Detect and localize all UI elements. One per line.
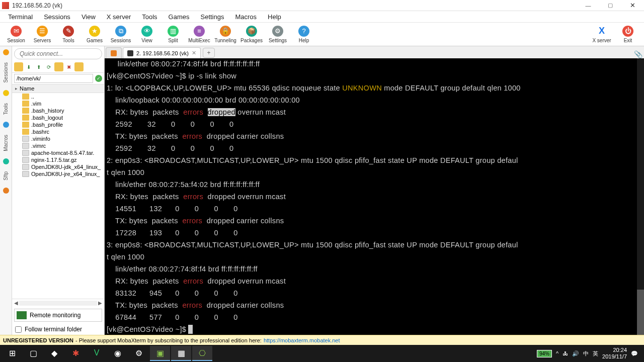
menu-games[interactable]: Games <box>164 12 195 22</box>
strip-macros[interactable]: Macros <box>3 135 9 151</box>
refresh-icon[interactable]: ⟳ <box>44 62 53 71</box>
orange-dot-icon[interactable] <box>3 188 9 194</box>
file-item[interactable]: .vimrc <box>12 142 104 149</box>
toolbar-games[interactable]: ★Games <box>82 25 108 44</box>
file-item[interactable]: .. <box>12 93 104 100</box>
task-app3[interactable]: V <box>87 346 107 361</box>
file-item[interactable]: .viminfo <box>12 135 104 142</box>
folder-icon[interactable] <box>14 62 23 71</box>
strip-dot-icon[interactable] <box>3 49 9 55</box>
tools-icon: ✎ <box>63 26 74 37</box>
task-app4[interactable]: ▦ <box>171 346 191 361</box>
toolbar-sessions[interactable]: ⧉Sessions <box>108 25 134 44</box>
new-tab-button[interactable]: + <box>203 48 215 58</box>
path-input[interactable] <box>14 74 93 83</box>
toolbar-tunneling[interactable]: 🔒Tunneling <box>212 25 238 44</box>
file-item[interactable]: .bash_profile <box>12 121 104 128</box>
menu-terminal[interactable]: Terminal <box>3 12 38 22</box>
pin-icon[interactable] <box>3 122 9 128</box>
menu-macros[interactable]: Macros <box>230 12 262 22</box>
file-icon <box>22 136 29 142</box>
task-chrome[interactable]: ◉ <box>108 346 128 361</box>
file-item[interactable]: .bashrc <box>12 128 104 135</box>
file-item[interactable]: apache-tomcat-8.5.47.tar. <box>12 149 104 156</box>
tray-clock[interactable]: 20:242019/11/7 <box>602 347 627 360</box>
scrollbar-thumb[interactable] <box>637 290 644 335</box>
cursor <box>188 325 193 334</box>
folder2-icon[interactable] <box>74 62 84 71</box>
tab-session[interactable]: 2. 192.168.56.20 (vk) ✕ <box>123 47 201 58</box>
task-app2[interactable]: ✱ <box>65 346 86 361</box>
close-button[interactable]: ✕ <box>626 1 639 10</box>
toolbar-settings[interactable]: ⚙Settings <box>265 25 291 44</box>
battery-indicator[interactable]: 94% <box>537 350 552 357</box>
scroll-track[interactable] <box>19 301 97 306</box>
follow-label: Follow terminal folder <box>25 326 82 333</box>
file-item[interactable]: .bash_history <box>12 107 104 114</box>
toolbar-split[interactable]: ▥Split <box>160 25 186 44</box>
task-settings[interactable]: ⚙ <box>129 346 149 361</box>
taskbar: ⊞ ▢ ◆ ✱ V ◉ ⚙ ▣ ▦ ⎔ 94% ^ 🖧 🔊 中 英 20:242… <box>0 345 644 362</box>
statusbar: UNREGISTERED VERSION - Please support Mo… <box>0 335 644 345</box>
follow-checkbox[interactable] <box>15 326 22 333</box>
toolbar-servers[interactable]: ☰Servers <box>29 25 55 44</box>
tab-close-icon[interactable]: ✕ <box>192 50 196 56</box>
terminal[interactable]: link/ether 08:00:27:74:8f:f4 brd ff:ff:f… <box>105 58 644 335</box>
menu-view[interactable]: View <box>76 12 101 22</box>
download-icon[interactable]: ⬇ <box>24 62 33 71</box>
toolbar-packages[interactable]: 📦Packages <box>238 25 265 44</box>
file-header-name[interactable]: Name <box>12 84 104 93</box>
xserver-button[interactable]: X X server <box>589 25 615 44</box>
quick-connect-input[interactable] <box>14 48 102 59</box>
hscroll[interactable]: ◀ ▶ <box>12 299 104 307</box>
menu-settings[interactable]: Settings <box>196 12 229 22</box>
strip-sessions[interactable]: Sessions <box>3 62 9 83</box>
strip-tools[interactable]: Tools <box>3 103 9 115</box>
tray-ime1[interactable]: 中 <box>583 350 589 357</box>
exit-button[interactable]: ⏻ Exit <box>615 25 641 44</box>
tray-notifications-icon[interactable]: 💬 <box>631 350 638 357</box>
menu-help[interactable]: Help <box>263 12 286 22</box>
file-item[interactable]: .bash_logout <box>12 114 104 121</box>
minimize-button[interactable]: — <box>582 1 595 10</box>
status-link[interactable]: https://mobaxterm.mobatek.net <box>264 337 340 343</box>
task-camtasia[interactable]: ▣ <box>150 346 170 361</box>
upload-icon[interactable]: ⬆ <box>34 62 43 71</box>
app-icon <box>2 2 9 9</box>
terminal-scrollbar[interactable] <box>637 58 644 335</box>
globe-icon[interactable] <box>3 158 9 164</box>
task-app1[interactable]: ◆ <box>44 346 64 361</box>
file-item[interactable]: nginx-1.17.5.tar.gz <box>12 156 104 163</box>
toolbar-tools[interactable]: ✎Tools <box>55 25 82 44</box>
remote-monitoring-button[interactable]: Remote monitoring <box>14 309 102 322</box>
newfolder-icon[interactable] <box>54 62 63 71</box>
tab-home[interactable] <box>106 47 122 58</box>
taskview-button[interactable]: ▢ <box>23 346 43 361</box>
toolbar-multiexec[interactable]: ≡MultiExec <box>186 25 212 44</box>
menu-sessions[interactable]: Sessions <box>39 12 75 22</box>
maximize-button[interactable]: ▢ <box>604 1 617 10</box>
strip-sftp[interactable]: Sftp <box>3 171 9 180</box>
tray-volume-icon[interactable]: 🔊 <box>572 350 579 357</box>
file-item[interactable]: OpenJDK8U-jre_x64_linux_ <box>12 170 104 177</box>
tray-up-icon[interactable]: ^ <box>556 350 558 356</box>
toolbar-view[interactable]: 👁View <box>134 25 160 44</box>
menu-tools[interactable]: Tools <box>137 12 162 22</box>
tray-ime2[interactable]: 英 <box>593 350 598 357</box>
task-app5[interactable]: ⎔ <box>192 346 212 361</box>
file-item[interactable]: .vim <box>12 100 104 107</box>
toolbar-session[interactable]: ✉Session <box>3 25 29 44</box>
menu-x-server[interactable]: X server <box>102 12 136 22</box>
toolbar-help[interactable]: ?Help <box>291 25 317 44</box>
tray-network-icon[interactable]: 🖧 <box>562 350 568 356</box>
scroll-left-icon[interactable]: ◀ <box>14 300 18 306</box>
start-button[interactable]: ⊞ <box>2 346 22 361</box>
delete-icon[interactable]: ✖ <box>64 62 73 71</box>
attach-icon[interactable]: 📎 <box>634 50 642 58</box>
toolbar: ✉Session☰Servers✎Tools★Games⧉Sessions👁Vi… <box>0 22 644 46</box>
tunneling-icon: 🔒 <box>220 26 231 37</box>
file-item[interactable]: OpenJDK8U-jdk_x64_linux_ <box>12 163 104 170</box>
scroll-right-icon[interactable]: ▶ <box>98 300 102 306</box>
star-icon[interactable] <box>3 90 9 96</box>
file-list[interactable]: ...vim.bash_history.bash_logout.bash_pro… <box>12 93 104 299</box>
